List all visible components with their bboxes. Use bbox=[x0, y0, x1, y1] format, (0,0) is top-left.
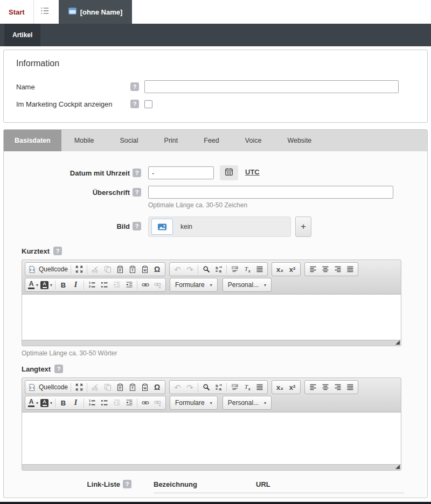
numbered-list-button[interactable]: 1 2 bbox=[86, 397, 98, 409]
align-justify-button[interactable] bbox=[344, 263, 356, 275]
special-char-button[interactable]: Ω bbox=[151, 263, 163, 275]
clipboard-word-icon: W bbox=[141, 383, 149, 391]
tab-artikel[interactable]: Artikel bbox=[4, 24, 40, 46]
shorttext-content[interactable] bbox=[22, 295, 401, 340]
help-icon[interactable]: ? bbox=[54, 365, 63, 373]
find-button[interactable] bbox=[200, 381, 212, 393]
select-all-button[interactable] bbox=[228, 381, 241, 393]
link-button[interactable] bbox=[139, 397, 151, 409]
tab-basisdaten[interactable]: Basisdaten bbox=[4, 130, 61, 151]
calendar-button[interactable] bbox=[220, 165, 238, 180]
tab-list-button[interactable] bbox=[34, 0, 55, 24]
replace-button[interactable]: b a bbox=[212, 381, 225, 393]
resize-handle[interactable] bbox=[395, 340, 400, 345]
superscript-button[interactable]: x² bbox=[286, 381, 298, 393]
align-center-button[interactable] bbox=[319, 381, 331, 393]
tab-start[interactable]: Start bbox=[0, 0, 33, 24]
bg-color-button[interactable]: A ▾ bbox=[39, 397, 53, 409]
bg-color-button[interactable]: A ▾ bbox=[39, 279, 53, 291]
tab-website[interactable]: Website bbox=[274, 130, 324, 151]
image-add-button[interactable]: + bbox=[295, 216, 311, 237]
bold-button[interactable]: B bbox=[57, 279, 69, 291]
source-button[interactable]: Quellcode bbox=[27, 263, 69, 275]
datetime-input[interactable] bbox=[148, 166, 214, 179]
tab-mobile[interactable]: Mobile bbox=[61, 130, 107, 151]
remove-format-button[interactable]: T x bbox=[241, 263, 253, 275]
indent-button[interactable] bbox=[123, 397, 135, 409]
source-button[interactable]: Quellcode bbox=[27, 381, 69, 393]
select-all-button[interactable] bbox=[228, 263, 241, 275]
remove-format-button[interactable]: T x bbox=[241, 381, 253, 393]
link-button[interactable] bbox=[139, 279, 151, 291]
subscript-button[interactable]: x₂ bbox=[274, 263, 286, 275]
align-left-button[interactable] bbox=[307, 263, 319, 275]
help-icon[interactable]: ? bbox=[123, 480, 131, 488]
italic-button[interactable]: I bbox=[69, 279, 82, 291]
column-bezeichnung: Bezeichnung bbox=[154, 480, 256, 488]
unlink-button bbox=[151, 279, 164, 291]
forms-dropdown[interactable]: Formulare ▾ bbox=[170, 278, 218, 292]
tab-voice[interactable]: Voice bbox=[232, 130, 275, 151]
svg-text:a: a bbox=[219, 269, 221, 273]
subscript-button[interactable]: x₂ bbox=[274, 381, 286, 393]
indent-button[interactable] bbox=[123, 279, 135, 291]
cockpit-checkbox[interactable] bbox=[144, 100, 152, 108]
tab-feed[interactable]: Feed bbox=[191, 130, 232, 151]
superscript-button[interactable]: x² bbox=[286, 263, 298, 275]
linklist-add-button[interactable]: + bbox=[154, 498, 179, 498]
help-icon[interactable]: ? bbox=[130, 82, 139, 91]
align-right-button[interactable] bbox=[331, 263, 344, 275]
chevron-down-icon: ▾ bbox=[36, 401, 38, 405]
blocks-button[interactable] bbox=[253, 263, 266, 275]
align-right-button[interactable] bbox=[331, 381, 344, 393]
bold-button[interactable]: B bbox=[57, 397, 69, 409]
headline-input[interactable] bbox=[148, 186, 393, 199]
help-icon[interactable]: ? bbox=[133, 222, 141, 230]
maximize-button[interactable] bbox=[73, 263, 85, 275]
paste-text-button[interactable]: T bbox=[126, 263, 138, 275]
text-color-button[interactable]: A ▾ bbox=[27, 279, 39, 291]
indent-icon bbox=[126, 399, 133, 407]
longtext-content[interactable] bbox=[22, 412, 401, 464]
tab-social[interactable]: Social bbox=[107, 130, 151, 151]
image-picker[interactable]: kein bbox=[148, 216, 291, 237]
forms-dropdown[interactable]: Formulare ▾ bbox=[170, 396, 218, 410]
resize-handle[interactable] bbox=[395, 465, 400, 469]
help-icon[interactable]: ? bbox=[130, 100, 139, 108]
clipboard-icon bbox=[116, 265, 124, 273]
replace-button[interactable]: b a bbox=[212, 263, 225, 275]
maximize-button[interactable] bbox=[73, 381, 85, 393]
utc-link[interactable]: UTC bbox=[245, 168, 260, 176]
personal-dropdown[interactable]: Personal... ▾ bbox=[223, 396, 272, 410]
bullet-list-button[interactable] bbox=[98, 279, 110, 291]
window-tabbar: Start [ohne Name] bbox=[0, 0, 431, 24]
help-icon[interactable]: ? bbox=[53, 247, 62, 255]
bullet-list-button[interactable] bbox=[98, 397, 110, 409]
editor-statusbar bbox=[22, 464, 401, 470]
name-input[interactable] bbox=[144, 80, 399, 93]
align-justify-button[interactable] bbox=[344, 381, 356, 393]
tab-document-untitled[interactable]: [ohne Name] bbox=[59, 0, 133, 24]
tab-label: Print bbox=[164, 137, 178, 144]
numbered-list-button[interactable]: 1 2 bbox=[86, 279, 98, 291]
indent-icon bbox=[126, 281, 133, 289]
help-icon[interactable]: ? bbox=[133, 169, 141, 177]
italic-button[interactable]: I bbox=[69, 397, 82, 409]
help-icon[interactable]: ? bbox=[133, 188, 141, 197]
chevron-down-icon: ▾ bbox=[264, 401, 266, 405]
special-char-button[interactable]: Ω bbox=[151, 381, 163, 393]
paste-button[interactable] bbox=[114, 263, 126, 275]
paste-button[interactable] bbox=[114, 381, 126, 393]
paste-word-button[interactable]: W bbox=[138, 381, 151, 393]
paste-word-button[interactable]: W bbox=[138, 263, 151, 275]
align-left-button[interactable] bbox=[307, 381, 319, 393]
blocks-button[interactable] bbox=[253, 381, 266, 393]
align-center-button[interactable] bbox=[319, 263, 331, 275]
remove-format-icon: T x bbox=[244, 265, 251, 273]
text-color-button[interactable]: A ▾ bbox=[27, 397, 39, 409]
personal-dropdown[interactable]: Personal... ▾ bbox=[223, 278, 272, 292]
basisdaten-form: Datum mit Uhrzeit ? UTC Übersc bbox=[4, 151, 427, 498]
tab-print[interactable]: Print bbox=[151, 130, 191, 151]
paste-text-button[interactable]: T bbox=[126, 381, 138, 393]
find-button[interactable] bbox=[200, 263, 212, 275]
